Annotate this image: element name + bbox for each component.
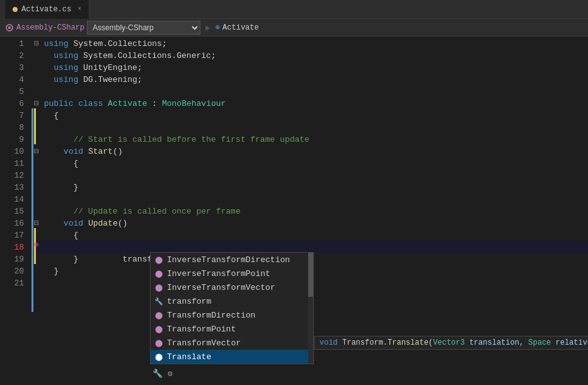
tooltip-method: Translate <box>388 338 429 347</box>
line-num-20: 20 <box>0 265 24 277</box>
code-line-10: ⊟ void Start() <box>32 146 588 158</box>
ac-item-translate[interactable]: ⬤ Translate <box>151 350 313 364</box>
code-area[interactable]: ⊗ ⊟ using System.Collections; using Syst… <box>32 37 588 384</box>
assembly-label: Assembly-CSharp <box>5 23 84 32</box>
assembly-icon <box>5 23 14 32</box>
modified-indicator <box>13 7 18 12</box>
assembly-dropdown[interactable]: Assembly-CSharp <box>87 21 200 35</box>
line-num-21: 21 <box>0 277 24 289</box>
line-num-6: 6 <box>0 98 24 110</box>
line-num-15: 15 <box>0 205 24 217</box>
line-num-10: 10 <box>0 146 24 158</box>
method-icon: ⬤ <box>154 352 163 361</box>
activate-breadcrumb: ⊕ Activate <box>216 23 259 32</box>
tooltip-type1: Vector3 <box>433 338 464 347</box>
breadcrumb-separator: ▶ <box>205 23 210 33</box>
tooltip-void: void <box>320 338 338 347</box>
tooltip-params: ( <box>429 338 433 347</box>
method-icon: ⬤ <box>154 255 163 264</box>
line-num-13: 13 <box>0 181 24 193</box>
line-num-12: 12 <box>0 170 24 181</box>
ac-item-inversetransformvector[interactable]: ⬤ InverseTransformVector <box>151 280 313 294</box>
editor: 1 2 3 4 5 6 7 8 9 10 11 12 13 14 15 16 1… <box>0 37 588 384</box>
tooltip-class: Transform. <box>342 338 388 347</box>
line-num-8: 8 <box>0 122 24 134</box>
wrench-bottom-icon[interactable]: 🔧 <box>153 369 163 379</box>
line-num-11: 11 <box>0 158 24 170</box>
ac-item-transformvector[interactable]: ⬤ TransformVector <box>151 336 313 350</box>
code-line-1: ⊟ using System.Collections; <box>32 38 588 50</box>
code-line-8 <box>32 122 588 134</box>
line-num-18: 18 <box>0 241 24 253</box>
ac-translate-label: Translate <box>167 352 211 362</box>
tooltip-type2: Space <box>528 338 551 347</box>
tooltip-param2: relativeTo <box>551 338 588 347</box>
ac-item-inversetransformpoint[interactable]: ⬤ InverseTransformPoint <box>151 267 313 280</box>
ac-item-transform[interactable]: 🔧 transform <box>151 294 313 308</box>
line-num-14: 14 <box>0 193 24 205</box>
method-icon: ⬤ <box>154 311 163 319</box>
scrollbar-thumb <box>308 253 313 297</box>
autocomplete-scrollbar[interactable] <box>308 253 313 364</box>
line-numbers: 1 2 3 4 5 6 7 8 9 10 11 12 13 14 15 16 1… <box>0 37 32 384</box>
error-icon-line18: ⊗ <box>34 240 38 250</box>
line-num-1: 1 <box>0 38 24 50</box>
ac-item-transformdirection[interactable]: ⬤ TransformDirection <box>151 308 313 322</box>
autocomplete-tooltip: void Transform.Translate(Vector3 transla… <box>314 336 588 350</box>
code-line-13: } <box>32 181 588 193</box>
line-num-19: 19 <box>0 253 24 265</box>
code-line-7: { <box>32 110 588 122</box>
code-line-17: { <box>32 229 588 241</box>
tab-label: Activate.cs <box>21 5 71 14</box>
code-line-5 <box>32 86 588 98</box>
code-line-6: ⊟ public class Activate : MonoBehaviour <box>32 98 588 110</box>
code-line-4: using DG.Tweening; <box>32 74 588 86</box>
code-line-15: // Update is called once per frame <box>32 205 588 217</box>
class-icon: ⊕ <box>216 23 220 32</box>
menu-bar: Assembly-CSharp Assembly-CSharp ▶ ⊕ Acti… <box>0 19 588 37</box>
method-icon: ⬤ <box>154 269 163 278</box>
ac-item-transformpoint[interactable]: ⬤ TransformPoint <box>151 322 313 336</box>
method-icon: ⬤ <box>154 338 163 347</box>
line-num-5: 5 <box>0 86 24 98</box>
method-icon: ⬤ <box>154 325 163 333</box>
code-line-9: // Start is called before the first fram… <box>32 134 588 146</box>
code-line-3: using UnityEngine; <box>32 62 588 74</box>
code-line-2: using System.Collections.Generic; <box>32 50 588 62</box>
code-line-16: ⊟ void Update() <box>32 217 588 229</box>
line-num-9: 9 <box>0 134 24 146</box>
line-num-2: 2 <box>0 50 24 62</box>
title-bar: Activate.cs × <box>0 0 588 19</box>
tab-close-button[interactable]: × <box>78 6 81 13</box>
svg-point-1 <box>8 26 11 29</box>
line-num-17: 17 <box>0 229 24 241</box>
line-num-3: 3 <box>0 62 24 74</box>
active-tab[interactable]: Activate.cs × <box>5 0 89 19</box>
method-icon: ⬤ <box>154 283 163 292</box>
settings-bottom-icon[interactable]: ⚙ <box>168 369 173 379</box>
left-bar-blue <box>32 108 33 312</box>
line-num-16: 16 <box>0 217 24 229</box>
tooltip-param1: translation <box>464 338 519 347</box>
wrench-icon: 🔧 <box>154 297 163 306</box>
left-bar-yellow <box>34 108 36 144</box>
code-line-14 <box>32 193 588 205</box>
line-num-4: 4 <box>0 74 24 86</box>
autocomplete-dropdown[interactable]: ⬤ InverseTransformDirection ⬤ InverseTra… <box>150 252 314 364</box>
bottom-icons: 🔧 ⚙ <box>153 369 173 379</box>
ac-item-inversetransformdirection[interactable]: ⬤ InverseTransformDirection <box>151 253 313 267</box>
line-num-7: 7 <box>0 110 24 122</box>
code-line-12 <box>32 170 588 181</box>
code-line-11: { <box>32 158 588 170</box>
